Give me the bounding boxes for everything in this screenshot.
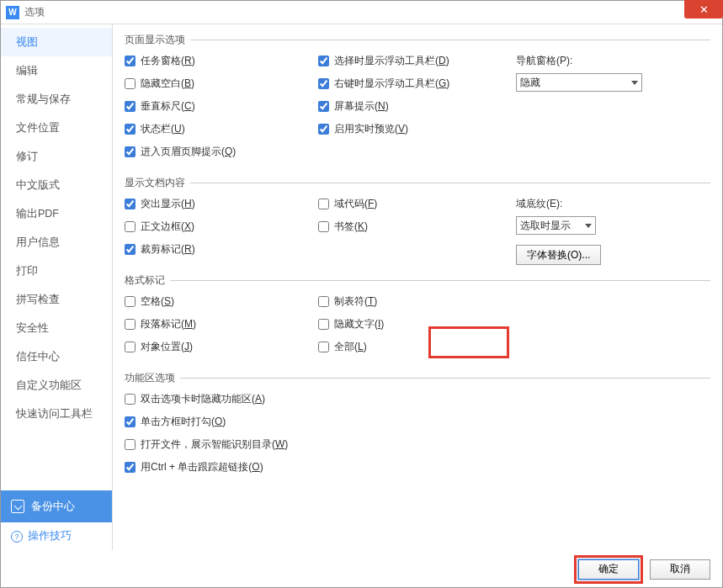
checkbox-option[interactable]: 屏幕提示(N) bbox=[318, 99, 516, 114]
checkbox-input[interactable] bbox=[125, 296, 136, 307]
options-dialog: W 选项 ✕ 视图编辑常规与保存文件位置修订中文版式输出PDF用户信息打印拼写检… bbox=[0, 0, 723, 588]
group-page-display: 页面显示选项 任务窗格(R)隐藏空白(B)垂直标尺(C)状态栏(U)进入页眉页脚… bbox=[125, 33, 710, 167]
font-substitution-button[interactable]: 字体替换(O)... bbox=[516, 245, 601, 265]
checkbox-option[interactable]: 域代码(F) bbox=[318, 197, 516, 211]
checkbox-option[interactable]: 制表符(T) bbox=[318, 294, 516, 309]
checkbox-option[interactable]: 进入页眉页脚提示(Q) bbox=[125, 145, 318, 159]
checkbox-label: 域代码(F) bbox=[334, 197, 377, 211]
checkbox-option[interactable]: 隐藏空白(B) bbox=[125, 77, 318, 91]
sidebar-bottom: 备份中心 ? 操作技巧 bbox=[1, 490, 112, 550]
checkbox-input[interactable] bbox=[318, 319, 329, 330]
sidebar-item[interactable]: 信任中心 bbox=[1, 342, 112, 371]
sidebar-item[interactable]: 拼写检查 bbox=[1, 285, 112, 314]
checkbox-option[interactable]: 书签(K) bbox=[318, 220, 516, 234]
group-title: 页面显示选项 bbox=[125, 33, 185, 47]
close-icon: ✕ bbox=[699, 3, 709, 16]
checkbox-input[interactable] bbox=[125, 101, 136, 112]
checkbox-input[interactable] bbox=[318, 56, 329, 66]
checkbox-option[interactable]: 右键时显示浮动工具栏(G) bbox=[318, 77, 516, 91]
window-title: 选项 bbox=[24, 5, 45, 19]
app-icon: W bbox=[6, 6, 19, 19]
checkbox-label: 右键时显示浮动工具栏(G) bbox=[334, 77, 449, 91]
help-icon: ? bbox=[11, 531, 23, 543]
field-shading-value: 选取时显示 bbox=[520, 219, 571, 233]
field-shading-select[interactable]: 选取时显示 bbox=[516, 216, 596, 235]
checkbox-input[interactable] bbox=[125, 146, 136, 157]
checkbox-input[interactable] bbox=[125, 394, 136, 405]
checkbox-input[interactable] bbox=[125, 439, 136, 450]
checkbox-input[interactable] bbox=[125, 199, 136, 209]
checkbox-option[interactable]: 空格(S) bbox=[125, 294, 318, 309]
dialog-footer: 确定 取消 bbox=[1, 550, 722, 587]
checkbox-option[interactable]: 全部(L) bbox=[318, 340, 516, 354]
checkbox-option[interactable]: 突出显示(H) bbox=[125, 197, 318, 211]
checkbox-option[interactable]: 状态栏(U) bbox=[125, 122, 318, 136]
checkbox-option[interactable]: 段落标记(M) bbox=[125, 317, 318, 331]
checkbox-label: 屏幕提示(N) bbox=[334, 99, 389, 114]
checkbox-label: 任务窗格(R) bbox=[141, 54, 195, 68]
checkbox-label: 隐藏空白(B) bbox=[141, 77, 194, 91]
checkbox-option[interactable]: 选择时显示浮动工具栏(D) bbox=[318, 54, 516, 68]
tips-link[interactable]: ? 操作技巧 bbox=[1, 522, 112, 550]
checkbox-option[interactable]: 裁剪标记(R) bbox=[125, 242, 318, 257]
checkbox-option[interactable]: 双击选项卡时隐藏功能区(A) bbox=[125, 392, 710, 406]
sidebar-item[interactable]: 中文版式 bbox=[1, 171, 112, 199]
checkbox-input[interactable] bbox=[125, 124, 136, 135]
checkbox-input[interactable] bbox=[125, 78, 136, 89]
group-title: 显示文档内容 bbox=[125, 176, 185, 190]
checkbox-input[interactable] bbox=[318, 199, 329, 209]
sidebar-item[interactable]: 快速访问工具栏 bbox=[1, 400, 112, 428]
nav-pane-select[interactable]: 隐藏 bbox=[516, 73, 642, 92]
sidebar-item[interactable]: 打印 bbox=[1, 257, 112, 285]
dialog-body: 视图编辑常规与保存文件位置修订中文版式输出PDF用户信息打印拼写检查安全性信任中… bbox=[1, 24, 722, 550]
checkbox-input[interactable] bbox=[125, 319, 136, 330]
checkbox-option[interactable]: 隐藏文字(I) bbox=[318, 317, 516, 331]
checkbox-input[interactable] bbox=[318, 296, 329, 307]
checkbox-option[interactable]: 启用实时预览(V) bbox=[318, 122, 516, 136]
checkbox-option[interactable]: 单击方框时打勾(O) bbox=[125, 415, 710, 429]
checkbox-option[interactable]: 打开文件，展示智能识别目录(W) bbox=[125, 437, 710, 452]
checkbox-label: 空格(S) bbox=[141, 294, 174, 309]
checkbox-option[interactable]: 正文边框(X) bbox=[125, 220, 318, 234]
sidebar-item[interactable]: 输出PDF bbox=[1, 199, 112, 228]
checkbox-option[interactable]: 垂直标尺(C) bbox=[125, 99, 318, 114]
sidebar-item[interactable]: 常规与保存 bbox=[1, 85, 112, 114]
checkbox-input[interactable] bbox=[125, 221, 136, 232]
checkbox-label: 段落标记(M) bbox=[141, 317, 196, 331]
sidebar: 视图编辑常规与保存文件位置修订中文版式输出PDF用户信息打印拼写检查安全性信任中… bbox=[1, 24, 113, 550]
checkbox-label: 用Ctrl + 单击跟踪超链接(O) bbox=[141, 460, 263, 474]
sidebar-item[interactable]: 视图 bbox=[1, 28, 112, 56]
sidebar-item[interactable]: 安全性 bbox=[1, 314, 112, 342]
sidebar-item[interactable]: 用户信息 bbox=[1, 228, 112, 257]
checkbox-input[interactable] bbox=[318, 101, 329, 112]
checkbox-input[interactable] bbox=[318, 342, 329, 352]
ok-button[interactable]: 确定 bbox=[578, 559, 639, 580]
sidebar-item[interactable]: 文件位置 bbox=[1, 114, 112, 142]
field-shading-label: 域底纹(E): bbox=[516, 197, 710, 211]
sidebar-item[interactable]: 修订 bbox=[1, 142, 112, 171]
sidebar-item[interactable]: 编辑 bbox=[1, 56, 112, 85]
group-format-marks: 格式标记 空格(S)段落标记(M)对象位置(J) 制表符(T)隐藏文字(I)全部… bbox=[125, 273, 710, 363]
checkbox-input[interactable] bbox=[125, 244, 136, 255]
backup-center-button[interactable]: 备份中心 bbox=[1, 490, 112, 522]
checkbox-label: 打开文件，展示智能识别目录(W) bbox=[141, 437, 288, 452]
checkbox-input[interactable] bbox=[125, 462, 136, 473]
checkbox-option[interactable]: 用Ctrl + 单击跟踪超链接(O) bbox=[125, 460, 710, 474]
checkbox-input[interactable] bbox=[125, 56, 136, 66]
checkbox-input[interactable] bbox=[318, 78, 329, 89]
checkbox-option[interactable]: 对象位置(J) bbox=[125, 340, 318, 354]
sidebar-list: 视图编辑常规与保存文件位置修订中文版式输出PDF用户信息打印拼写检查安全性信任中… bbox=[1, 24, 112, 490]
checkbox-input[interactable] bbox=[125, 416, 136, 427]
checkbox-input[interactable] bbox=[125, 342, 136, 352]
checkbox-input[interactable] bbox=[318, 124, 329, 135]
checkbox-option[interactable]: 任务窗格(R) bbox=[125, 54, 318, 68]
cancel-button[interactable]: 取消 bbox=[650, 559, 710, 580]
nav-pane-label: 导航窗格(P): bbox=[516, 54, 710, 68]
checkbox-label: 全部(L) bbox=[334, 340, 367, 354]
chevron-down-icon bbox=[631, 81, 638, 85]
sidebar-item[interactable]: 自定义功能区 bbox=[1, 371, 112, 400]
close-button[interactable]: ✕ bbox=[684, 0, 723, 19]
checkbox-label: 单击方框时打勾(O) bbox=[141, 415, 226, 429]
checkbox-input[interactable] bbox=[318, 221, 329, 232]
checkbox-label: 启用实时预览(V) bbox=[334, 122, 408, 136]
